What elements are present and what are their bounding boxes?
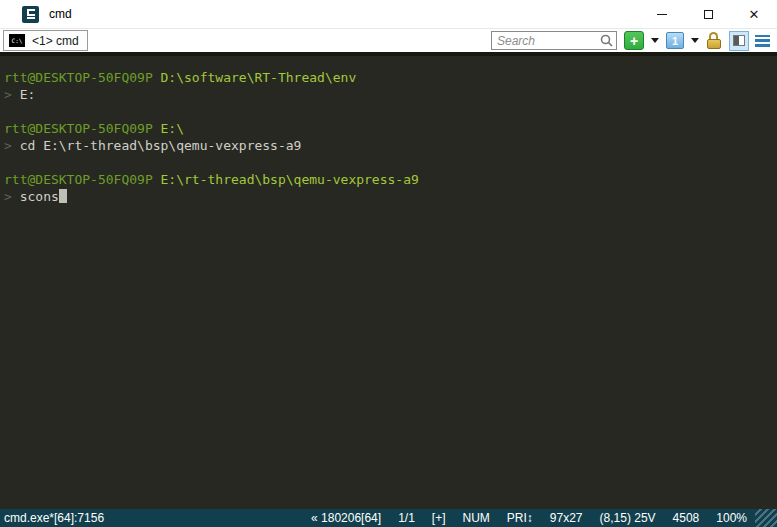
close-button[interactable]: ✕ bbox=[731, 0, 777, 28]
conemu-window: cmd ✕ C:\ <1> cmd + 1 bbox=[0, 0, 777, 527]
hamburger-menu-icon[interactable] bbox=[755, 35, 770, 47]
minimize-icon bbox=[657, 14, 667, 15]
console-list-dropdown-icon[interactable] bbox=[691, 38, 699, 43]
terminal-line: rtt@DESKTOP-50FQ09P D:\software\RT-Threa… bbox=[4, 69, 777, 86]
status-items: « 180206[64]1/1[+]NUMPRI↕97x27(8,15) 25V… bbox=[294, 511, 747, 525]
tab-bar: C:\ <1> cmd + 1 bbox=[0, 28, 777, 52]
terminal[interactable]: rtt@DESKTOP-50FQ09P D:\software\RT-Threa… bbox=[0, 52, 777, 509]
close-icon: ✕ bbox=[749, 8, 760, 21]
terminal-line: > cd E:\rt-thread\bsp\qemu-vexpress-a9 bbox=[4, 137, 777, 154]
terminal-cursor bbox=[59, 189, 67, 203]
lock-icon[interactable] bbox=[706, 32, 722, 50]
new-console-button[interactable]: + bbox=[624, 31, 644, 50]
status-item: 1/1 bbox=[398, 511, 415, 525]
console-number-icon: 1 bbox=[672, 35, 678, 47]
tab-cmd[interactable]: C:\ <1> cmd bbox=[3, 30, 88, 51]
terminal-line: rtt@DESKTOP-50FQ09P E:\rt-thread\bsp\qem… bbox=[4, 171, 777, 188]
status-item: « 180206[64] bbox=[311, 511, 381, 525]
status-item: [+] bbox=[432, 511, 446, 525]
window-title: cmd bbox=[49, 7, 72, 21]
status-process-label: cmd.exe*[64]:7156 bbox=[4, 511, 104, 525]
maximize-icon bbox=[704, 10, 713, 19]
terminal-line bbox=[4, 154, 777, 171]
terminal-line bbox=[4, 103, 777, 120]
plus-icon: + bbox=[630, 34, 638, 48]
titlebar: cmd ✕ bbox=[0, 0, 777, 28]
minimize-button[interactable] bbox=[639, 0, 685, 28]
new-console-dropdown-icon[interactable] bbox=[651, 38, 659, 43]
status-item: 97x27 bbox=[550, 511, 583, 525]
console-pane-icon bbox=[733, 35, 745, 46]
active-console-button[interactable]: 1 bbox=[666, 32, 684, 49]
status-item: 100% bbox=[716, 511, 747, 525]
search-icon[interactable] bbox=[600, 34, 613, 47]
terminal-line: > scons bbox=[4, 188, 777, 205]
terminal-line: > E: bbox=[4, 86, 777, 103]
search-box bbox=[491, 31, 617, 50]
status-item: 4508 bbox=[673, 511, 700, 525]
caption-buttons: ✕ bbox=[639, 0, 777, 28]
resize-grip[interactable] bbox=[755, 509, 777, 527]
terminal-line: rtt@DESKTOP-50FQ09P E:\ bbox=[4, 120, 777, 137]
toolbar: + 1 bbox=[491, 29, 777, 53]
console-pane-button[interactable] bbox=[729, 31, 749, 51]
search-input[interactable] bbox=[492, 33, 600, 48]
status-bar: cmd.exe*[64]:7156 « 180206[64]1/1[+]NUMP… bbox=[0, 509, 777, 527]
status-item: PRI↕ bbox=[507, 511, 533, 525]
cmd-prompt-icon: C:\ bbox=[9, 34, 25, 47]
conemu-app-icon[interactable] bbox=[22, 6, 39, 23]
status-item: (8,15) 25V bbox=[600, 511, 656, 525]
tab-label: <1> cmd bbox=[32, 34, 79, 48]
status-item: NUM bbox=[463, 511, 490, 525]
maximize-button[interactable] bbox=[685, 0, 731, 28]
